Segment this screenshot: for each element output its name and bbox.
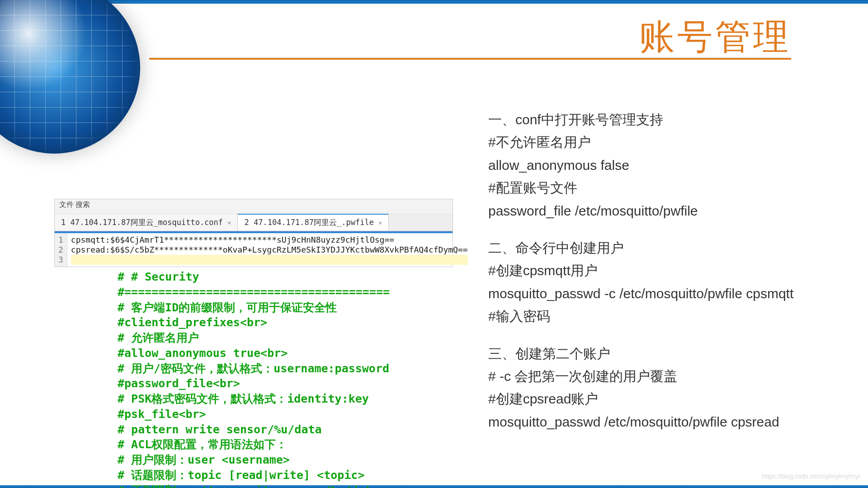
globe-decoration [0,0,140,154]
config-snippet: # # Security #==========================… [118,269,390,488]
section-heading: 一、conf中打开账号管理支持 [488,108,814,131]
editor-tab-1[interactable]: 1 47.104.171.87阿里云_mosquitto.conf × [55,214,238,231]
section-heading: 三、创建第二个账户 [488,343,814,365]
section-heading: 二、命令行中创建用户 [488,237,814,259]
text-line: #配置账号文件 [488,177,814,199]
title-underline [149,58,791,60]
text-line: #输入密码 [488,305,814,328]
code-line: cpsread:$6$S/c5bZ**************oKvaP+Lsy… [71,245,468,255]
top-border [0,0,868,4]
text-line: #不允许匿名用户 [488,131,814,154]
editor-body: 123 cpsmqtt:$6$4CjAmrT1*****************… [55,233,453,267]
editor-tabs: 1 47.104.171.87阿里云_mosquitto.conf × 2 47… [55,214,453,231]
close-icon[interactable]: × [227,219,231,226]
slide: { "title": "账号管理", "editor": { "menu": "… [0,0,868,488]
line-gutter: 123 [55,233,67,267]
text-line: # -c 会把第一次创建的用户覆盖 [488,365,814,388]
editor-menubar: 文件 搜索 [55,199,453,214]
editor-window: 文件 搜索 1 47.104.171.87阿里云_mosquitto.conf … [54,199,453,267]
text-line: #创建cpsread账户 [488,388,814,410]
text-line: password_file /etc/mosquitto/pwfile [488,200,814,222]
text-line: #创建cpsmqtt用户 [488,259,814,282]
code-lines: cpsmqtt:$6$4CjAmrT1*********************… [67,233,472,267]
text-line: mosquitto_passwd /etc/mosquitto/pwfile c… [488,411,814,433]
slide-title: 账号管理 [639,14,791,61]
editor-tab-2[interactable]: 2 47.104.171.87阿里云_.pwfile × [238,214,389,230]
watermark: https://blog.csdn.net/mylmylmylmyl [762,473,860,480]
text-line: mosquitto_passwd -c /etc/mosquitto/pwfil… [488,282,814,305]
code-line: cpsmqtt:$6$4CjAmrT1*********************… [71,235,468,245]
tab-label: 2 47.104.171.87阿里云_.pwfile [244,217,373,228]
text-line: allow_anonymous false [488,154,814,177]
right-column: 一、conf中打开账号管理支持 #不允许匿名用户 allow_anonymous… [488,108,814,433]
tab-label: 1 47.104.171.87阿里云_mosquitto.conf [61,217,223,228]
code-line [71,255,468,265]
close-icon[interactable]: × [378,219,382,226]
